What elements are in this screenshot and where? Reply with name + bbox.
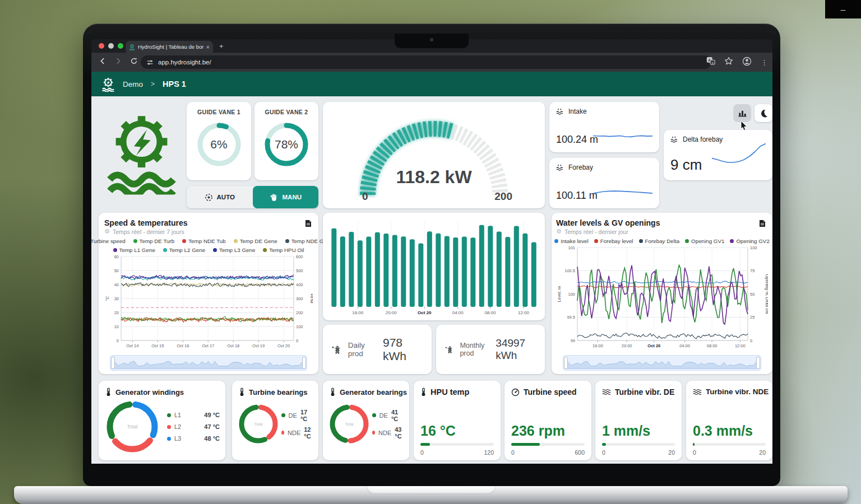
bookmark-star-icon[interactable] <box>724 57 733 68</box>
screen-overlay-minimize-button[interactable]: – <box>825 0 861 18</box>
legend-dot <box>167 425 171 429</box>
svg-text:300: 300 <box>296 296 303 301</box>
svg-text:Oct 16: Oct 16 <box>177 343 189 348</box>
reload-icon[interactable] <box>126 57 142 67</box>
legend-item[interactable]: Temp L2 Gene <box>163 247 205 253</box>
legend-item[interactable]: Temp HPU Oil <box>263 247 304 253</box>
app-header: Demo > HPS 1 <box>91 72 772 96</box>
dark-mode-button[interactable] <box>754 104 772 122</box>
slider-handle-left[interactable] <box>111 357 115 369</box>
browser-tab[interactable]: HydroSight | Tableau de bord × <box>126 41 213 53</box>
legend-item[interactable]: Turbine speed <box>91 238 126 244</box>
legend-dot <box>554 239 558 243</box>
guide-vane-1-card: GUIDE VANE 1 6% <box>187 102 251 180</box>
daily-prod-card: Daily prod 978 kWh <box>323 325 432 374</box>
svg-text:08:00: 08:00 <box>707 343 718 348</box>
export-document-icon[interactable] <box>305 220 312 230</box>
legend-item[interactable]: Opening GV1 <box>685 238 724 244</box>
speed-temps-subtitle: Temps réel - dernier 7 jours <box>113 228 184 235</box>
svg-text:04:00: 04:00 <box>679 343 690 348</box>
bar-min-label: 0 <box>511 449 515 456</box>
turbine-vibr-de-card: Turbine vibr. DE 1 mm/s 020 <box>595 381 682 460</box>
translate-icon[interactable]: Aa <box>706 57 715 68</box>
turbine-speed-value: 236 rpm <box>511 423 565 439</box>
legend-item[interactable]: Temp DE Turb <box>133 238 175 244</box>
turbine-speed-title: Turbine speed <box>524 388 577 396</box>
minimize-window-button[interactable] <box>108 43 114 49</box>
donut-center-label: Total <box>237 402 280 446</box>
bar-min-label: 0 <box>693 449 696 456</box>
guide-vane-2-title: GUIDE VANE 2 <box>254 109 318 115</box>
svg-text:Oct 19: Oct 19 <box>252 343 265 348</box>
back-icon[interactable] <box>95 57 110 67</box>
legend-item[interactable]: Temp NDE Tub <box>182 238 225 244</box>
tab-close-icon[interactable]: × <box>206 44 210 50</box>
breadcrumb-root[interactable]: Demo <box>123 80 143 88</box>
chart-view-button[interactable] <box>733 104 751 122</box>
svg-text:400: 400 <box>296 282 303 287</box>
generator-windings-legend: L149 °CL247 °CL348 °C <box>167 401 220 452</box>
svg-text:60: 60 <box>114 254 119 259</box>
thermometer-icon <box>239 388 245 396</box>
menu-kebab-icon[interactable]: ⋮ <box>761 58 768 67</box>
speed-temps-legend-row-2: Temp L1 GeneTemp L2 GeneTemp L3 GeneTemp… <box>104 247 313 253</box>
speed-temps-chart[interactable]: 01020304050600100200300400500600Oct 14Oc… <box>104 253 313 349</box>
svg-text:25: 25 <box>750 315 754 320</box>
svg-text:100: 100 <box>568 292 575 297</box>
speed-temps-range-slider[interactable] <box>110 355 307 371</box>
breadcrumb-separator: > <box>151 80 155 88</box>
close-window-button[interactable] <box>99 43 104 49</box>
legend-item[interactable]: Temp L3 Gene <box>213 247 255 253</box>
bar-min-label: 0 <box>420 449 424 456</box>
svg-text:Oct 14: Oct 14 <box>126 343 138 348</box>
production-bar-chart[interactable]: 16:0020:00Oct 2004:0008:0012:00 <box>325 215 543 318</box>
legend-item[interactable]: Forebay Delta <box>639 238 680 244</box>
forebay-value: 100.11 m <box>556 190 598 202</box>
legend-item[interactable]: Temp DE Gene <box>234 238 277 244</box>
legend-item[interactable]: Forebay level <box>594 238 633 244</box>
bar-max-label: 600 <box>575 449 585 456</box>
manual-mode-button[interactable]: MANU <box>253 186 319 208</box>
legend-dot <box>594 239 598 243</box>
forward-icon[interactable] <box>110 57 126 67</box>
svg-text:16:00: 16:00 <box>352 310 364 315</box>
donut-legend-row: L348 °C <box>167 435 220 442</box>
legend-item[interactable]: Temp L1 Gene <box>113 247 155 253</box>
water-levels-chart[interactable]: 9999.5100100.5101025507510016:0020:00Oct… <box>556 244 768 349</box>
intake-sparkline <box>592 128 654 144</box>
vibration-waves-icon <box>602 389 611 395</box>
water-levels-legend: Intake levelForebay levelForebay DeltaOp… <box>556 238 768 244</box>
url-bar[interactable]: app.hydrosight.be/ <box>141 55 711 69</box>
forebay-card: Forebay 100.11 m <box>549 158 659 208</box>
legend-item[interactable]: Opening GV2 <box>730 238 769 244</box>
turbine-vibr-nde-bar <box>693 443 766 446</box>
speed-temps-legend-row-1: Turbine speedTemp DE TurbTemp NDE TubTem… <box>104 238 313 244</box>
svg-text:101: 101 <box>568 245 575 250</box>
zoom-window-button[interactable] <box>118 43 123 49</box>
site-favicon-icon <box>129 44 135 50</box>
slider-handle-right[interactable] <box>756 357 760 369</box>
new-tab-button[interactable]: + <box>219 42 224 50</box>
delta-forebay-card: Delta forebay 9 cm <box>664 130 772 180</box>
legend-item[interactable]: Intake level <box>554 238 589 244</box>
thermometer-icon <box>420 388 427 396</box>
turbine-vibr-de-value: 1 mm/s <box>602 423 650 439</box>
monthly-prod-value: 34997 kWh <box>496 337 536 362</box>
water-levels-range-slider[interactable] <box>563 355 761 371</box>
svg-text:100.5: 100.5 <box>564 268 575 273</box>
export-document-icon[interactable] <box>759 220 766 230</box>
slider-handle-left[interactable] <box>564 357 568 369</box>
guide-vane-1-title: GUIDE VANE 1 <box>187 109 251 115</box>
settings-gear-icon[interactable]: ⚙ <box>556 228 562 235</box>
svg-text:12:00: 12:00 <box>735 343 746 348</box>
speed-temps-title: Speed & temperatures <box>104 218 313 227</box>
profile-avatar-icon[interactable] <box>742 57 752 68</box>
gauge-max-label: 200 <box>494 190 512 203</box>
donut-center-label: Total <box>327 402 371 446</box>
legend-dot <box>167 437 171 441</box>
slider-handle-right[interactable] <box>302 357 306 369</box>
settings-gear-icon[interactable]: ⚙ <box>104 228 110 235</box>
svg-text:0: 0 <box>117 338 119 343</box>
auto-mode-button[interactable]: AUTO <box>187 186 253 208</box>
svg-text:Oct 20: Oct 20 <box>277 343 290 348</box>
